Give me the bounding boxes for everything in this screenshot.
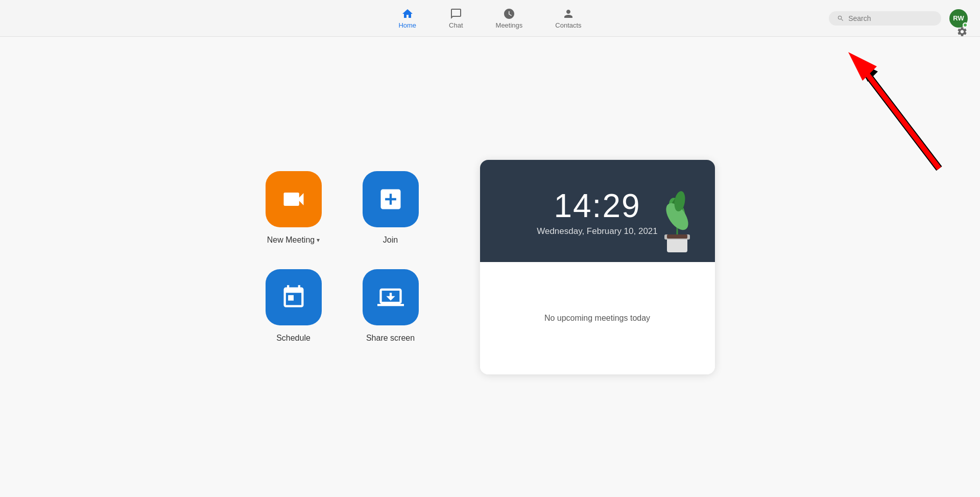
action-item-new-meeting[interactable]: New Meeting ▾ (266, 171, 322, 245)
navbar: Home Chat Meetings Contacts (0, 0, 980, 37)
plus-icon (377, 186, 404, 212)
nav-label-meetings: Meetings (496, 21, 523, 29)
schedule-button[interactable] (266, 269, 322, 325)
new-meeting-button[interactable] (266, 171, 322, 227)
nav-label-home: Home (398, 21, 416, 29)
join-label: Join (383, 235, 398, 245)
action-item-schedule[interactable]: Schedule (266, 269, 322, 343)
nav-label-chat: Chat (449, 21, 463, 29)
svg-rect-2 (667, 234, 687, 239)
nav-item-contacts[interactable]: Contacts (549, 5, 587, 32)
settings-button[interactable] (957, 26, 968, 39)
avatar-button[interactable]: RW (949, 9, 968, 28)
share-screen-icon (377, 284, 404, 311)
calendar-date: Wednesday, February 10, 2021 (537, 226, 658, 236)
calendar-plant (652, 178, 703, 262)
search-input[interactable] (848, 14, 933, 22)
nav-item-chat[interactable]: Chat (443, 5, 469, 32)
calendar-time: 14:29 (554, 190, 640, 222)
main-content: New Meeting ▾ Join Schedule (0, 37, 980, 497)
share-screen-button[interactable] (363, 269, 419, 325)
share-screen-label: Share screen (366, 334, 415, 343)
nav-item-home[interactable]: Home (392, 5, 422, 32)
chevron-down-icon: ▾ (317, 236, 320, 244)
search-icon (837, 14, 844, 22)
video-camera-icon (280, 186, 307, 212)
join-button[interactable] (363, 171, 419, 227)
calendar-body: No upcoming meetings today (480, 262, 715, 374)
chat-icon (450, 8, 462, 20)
calendar-card: 14:29 Wednesday, February 10, 2021 (480, 160, 715, 374)
home-icon (401, 8, 414, 20)
action-item-share-screen[interactable]: Share screen (363, 269, 419, 343)
gear-icon (957, 26, 968, 37)
new-meeting-label: New Meeting ▾ (267, 235, 320, 245)
calendar-header: 14:29 Wednesday, February 10, 2021 (480, 160, 715, 262)
nav-items: Home Chat Meetings Contacts (392, 5, 587, 32)
nav-item-meetings[interactable]: Meetings (490, 5, 529, 32)
nav-right: RW (829, 9, 968, 28)
meetings-icon (503, 8, 515, 20)
contacts-icon (562, 8, 575, 20)
actions-grid: New Meeting ▾ Join Schedule (266, 171, 419, 343)
no-meetings-text: No upcoming meetings today (544, 314, 650, 323)
calendar-icon (280, 284, 307, 311)
search-box[interactable] (829, 11, 941, 26)
schedule-label: Schedule (276, 334, 310, 343)
avatar-initials: RW (953, 14, 964, 22)
nav-label-contacts: Contacts (555, 21, 581, 29)
action-item-join[interactable]: Join (363, 171, 419, 245)
